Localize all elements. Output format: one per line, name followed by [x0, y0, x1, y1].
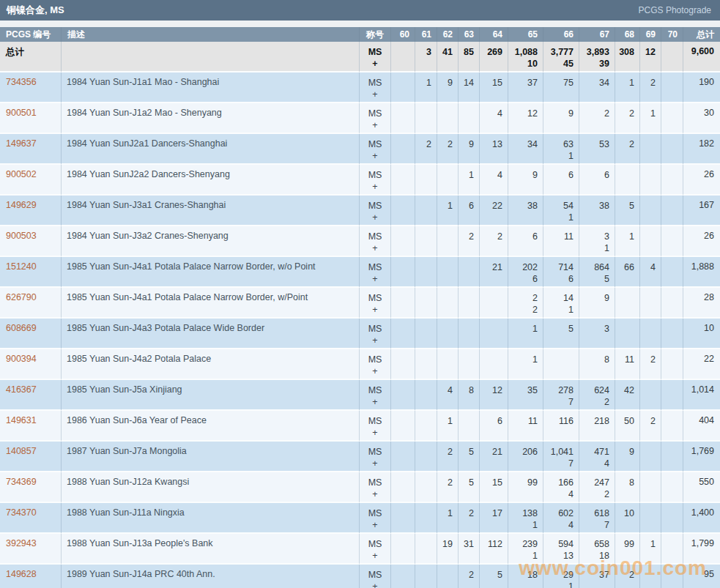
grade-61-cell: [415, 442, 437, 472]
grade-plus-count: [642, 150, 656, 162]
pcgs-number-link[interactable]: 900501: [6, 108, 37, 118]
designation-cell: MS +: [359, 472, 390, 503]
grade-65-cell: 35: [508, 380, 543, 411]
photograde-link[interactable]: PCGS Photograde: [639, 5, 711, 15]
grade-plus-count: [393, 519, 409, 531]
designation-cell: MS +: [359, 165, 390, 196]
grade-count: [663, 477, 678, 488]
grade-count: [481, 292, 502, 304]
grade-plus-count: [581, 335, 609, 346]
grade-64-cell: 15: [479, 472, 508, 503]
pcgs-number-link[interactable]: 626790: [6, 292, 37, 302]
pcgs-number-link[interactable]: 149628: [6, 569, 37, 579]
pcgs-number-link[interactable]: 900502: [6, 169, 37, 179]
grade-count: 11: [510, 415, 538, 427]
grade-count: 12: [510, 108, 538, 119]
grade-count: 13: [481, 138, 502, 150]
grade-plus-count: 4: [545, 488, 574, 500]
grade-63-cell: 5: [458, 442, 479, 472]
col-header-grade-62: 62: [437, 27, 458, 42]
grade-count: [417, 231, 431, 242]
designation-main: MS: [360, 261, 390, 273]
pcgs-number-link[interactable]: 392943: [6, 538, 37, 548]
grade-plus-count: 1: [545, 150, 574, 162]
grade-plus-count: [393, 150, 409, 162]
designation-cell: MS +: [359, 349, 390, 380]
designation-cell: MS +: [359, 42, 390, 72]
grade-64-cell: 5: [479, 565, 508, 588]
grade-65-cell: 18: [508, 565, 543, 588]
grade-count: 2: [481, 231, 502, 242]
pcgs-number-link[interactable]: 416367: [6, 384, 37, 395]
pcgs-number-link[interactable]: 900394: [6, 354, 37, 364]
grade-count: 714: [545, 261, 574, 273]
grade-count: 1: [510, 323, 538, 335]
grade-65-cell: 2391: [508, 534, 543, 565]
grade-count: 8: [460, 384, 474, 396]
designation-cell: MS +: [359, 196, 390, 226]
grade-count: [663, 261, 678, 273]
grade-70-cell: [661, 134, 683, 165]
grade-61-cell: [415, 503, 437, 534]
pcgs-number-link[interactable]: 734369: [6, 477, 37, 487]
grade-69-cell: 12: [639, 42, 661, 72]
grade-count: [417, 446, 431, 458]
grade-60-cell: [390, 226, 415, 257]
grade-count: [642, 231, 656, 242]
grade-count: [393, 200, 409, 212]
pcgs-number-link[interactable]: 149629: [6, 200, 37, 210]
row-total-cell: 1,799: [683, 534, 720, 565]
table-row: 416367 1985 Yuan Sun-J5a Xinjiang MS + 4…: [0, 380, 720, 411]
grade-count: 2: [460, 569, 474, 581]
grade-plus-count: [439, 58, 453, 70]
grade-plus-count: [481, 519, 502, 531]
grade-plus-count: [439, 488, 453, 500]
pcgs-number-link[interactable]: 149631: [6, 415, 37, 425]
grade-count: 1: [510, 354, 538, 365]
pcgs-number-link[interactable]: 734370: [6, 507, 37, 518]
grade-plus-count: [439, 427, 453, 439]
grade-count: 278: [545, 384, 574, 396]
grade-count: [663, 569, 678, 581]
grade-plus-count: [510, 212, 538, 223]
grade-plus-count: [617, 273, 634, 285]
grade-count: 4: [481, 169, 502, 181]
grade-plus-count: [460, 58, 474, 70]
grade-plus-count: [439, 304, 453, 316]
grade-plus-count: [481, 119, 502, 131]
grade-62-cell: [437, 165, 458, 196]
grade-plus-count: [617, 396, 634, 408]
grade-plus-count: [439, 335, 453, 346]
grade-plus-count: [663, 119, 678, 131]
pcgs-number-link[interactable]: 151240: [6, 261, 37, 272]
grade-count: [393, 77, 409, 89]
grade-count: 38: [581, 200, 609, 212]
grade-66-cell: 1,0417: [543, 442, 579, 472]
grade-69-cell: [639, 226, 661, 257]
pcgs-number-link[interactable]: 734356: [6, 77, 37, 87]
grade-plus-count: [663, 242, 678, 254]
row-total-cell: 1,769: [683, 442, 720, 472]
grade-count: [439, 323, 453, 335]
grade-count: [481, 323, 502, 335]
grade-plus-count: [617, 242, 634, 254]
grade-plus-count: [481, 365, 502, 377]
grade-65-cell: 9: [508, 165, 543, 196]
grade-count: 35: [510, 384, 538, 396]
description-cell: 1988 Yuan Sun-J12a Kwangsi: [61, 472, 359, 503]
pcgs-number-link[interactable]: 608669: [6, 323, 37, 333]
grade-plus-count: [393, 242, 409, 254]
grade-64-cell: 21: [479, 442, 508, 472]
grade-61-cell: [415, 103, 437, 134]
pcgs-number-link[interactable]: 149637: [6, 138, 37, 149]
grade-plus-count: [417, 519, 431, 531]
pcgs-number-link[interactable]: 900503: [6, 231, 37, 241]
pcgs-number-cell: 149629: [0, 196, 61, 226]
pcgs-number-cell: 392943: [0, 534, 61, 565]
grade-plus-count: [481, 181, 502, 193]
pcgs-number-link[interactable]: 140857: [6, 446, 37, 456]
grade-plus-count: [663, 365, 678, 377]
grade-60-cell: [390, 411, 415, 442]
grade-60-cell: [390, 319, 415, 349]
grade-count: [460, 415, 474, 427]
